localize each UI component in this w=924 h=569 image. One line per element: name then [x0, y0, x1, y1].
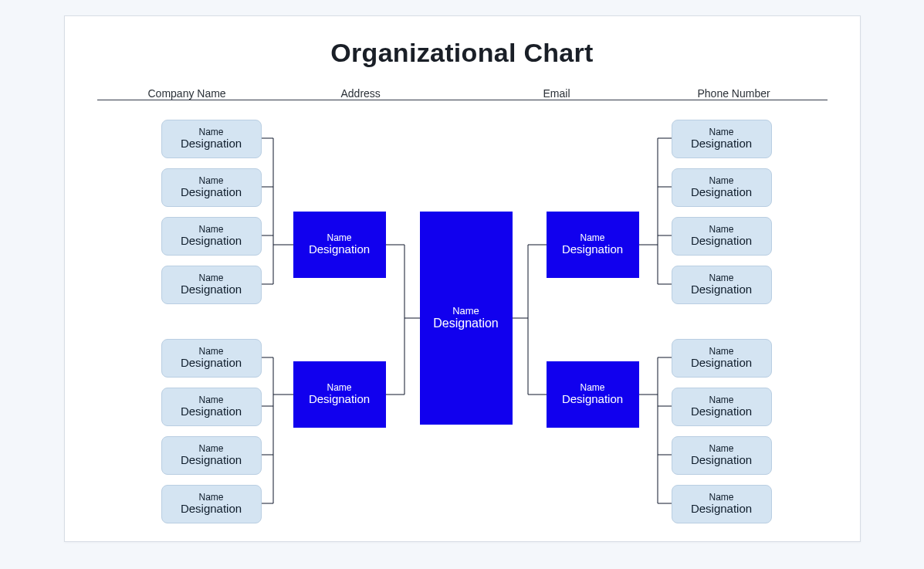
leaf-node[interactable]: Name Designation [672, 388, 772, 426]
header-email: Email [543, 87, 570, 100]
header-divider [97, 100, 828, 100]
leaf-designation: Designation [181, 283, 242, 296]
leaf-designation: Designation [181, 137, 242, 151]
leaf-node[interactable]: Name Designation [161, 266, 262, 304]
leaf-designation: Designation [691, 503, 752, 516]
leaf-node[interactable]: Name Designation [672, 339, 772, 378]
leaf-designation: Designation [691, 235, 752, 248]
leaf-node[interactable]: Name Designation [672, 436, 772, 475]
manager-node-right-bottom[interactable]: Name Designation [547, 361, 639, 428]
manager-node-right-top[interactable]: Name Designation [547, 212, 639, 278]
header-address: Address [341, 87, 381, 100]
leaf-node[interactable]: Name Designation [672, 168, 772, 207]
leaf-designation: Designation [181, 503, 242, 516]
leaf-designation: Designation [181, 405, 242, 418]
manager-designation: Designation [562, 393, 623, 406]
leaf-node[interactable]: Name Designation [672, 217, 772, 256]
leaf-designation: Designation [691, 137, 752, 151]
leaf-designation: Designation [181, 235, 242, 248]
header-phone: Phone Number [698, 87, 770, 100]
leaf-node[interactable]: Name Designation [161, 436, 262, 475]
leaf-designation: Designation [691, 454, 752, 467]
header-company-name: Company Name [148, 87, 226, 100]
leaf-node[interactable]: Name Designation [161, 168, 262, 207]
manager-designation: Designation [562, 243, 623, 256]
leaf-node[interactable]: Name Designation [161, 217, 262, 256]
leaf-node[interactable]: Name Designation [161, 339, 262, 378]
leaf-designation: Designation [181, 454, 242, 467]
leaf-node[interactable]: Name Designation [161, 120, 262, 158]
root-designation: Designation [433, 317, 499, 330]
manager-designation: Designation [309, 393, 370, 406]
leaf-node[interactable]: Name Designation [672, 266, 772, 304]
root-name: Name [452, 306, 479, 317]
leaf-designation: Designation [691, 283, 752, 296]
manager-node-left-top[interactable]: Name Designation [293, 212, 386, 278]
leaf-designation: Designation [691, 186, 752, 199]
leaf-node[interactable]: Name Designation [161, 485, 262, 523]
leaf-node[interactable]: Name Designation [161, 388, 262, 426]
root-node[interactable]: Name Designation [420, 212, 513, 425]
manager-node-left-bottom[interactable]: Name Designation [293, 361, 386, 428]
leaf-designation: Designation [691, 357, 752, 370]
leaf-designation: Designation [691, 405, 752, 418]
leaf-node[interactable]: Name Designation [672, 120, 772, 158]
chart-title: Organizational Chart [65, 38, 860, 68]
leaf-designation: Designation [181, 186, 242, 199]
leaf-node[interactable]: Name Designation [672, 485, 772, 523]
leaf-designation: Designation [181, 357, 242, 370]
page: Organizational Chart Company Name Addres… [0, 0, 924, 569]
manager-designation: Designation [309, 243, 370, 256]
chart-canvas: Organizational Chart Company Name Addres… [64, 15, 861, 542]
